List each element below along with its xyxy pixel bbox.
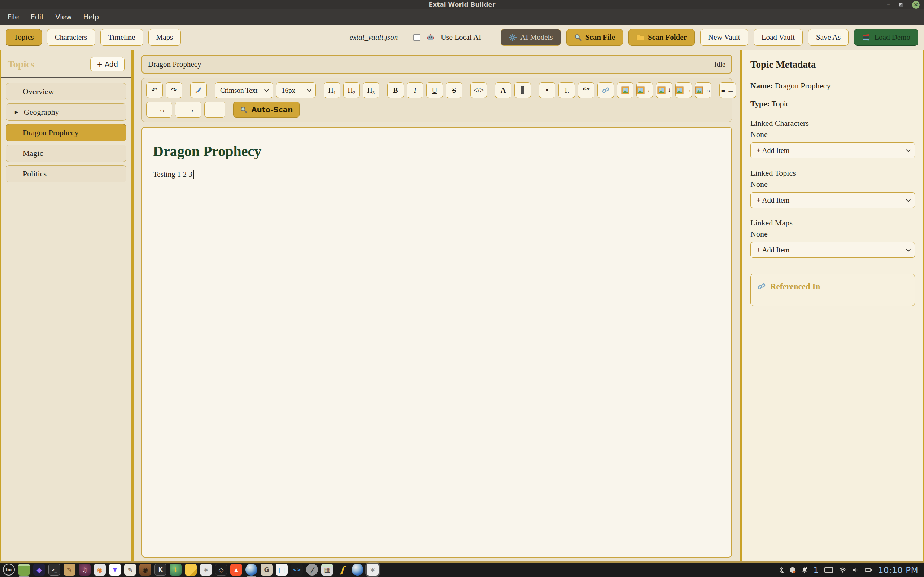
volume-icon[interactable] bbox=[852, 567, 859, 573]
bold-button[interactable]: B bbox=[387, 82, 404, 98]
editor-content-area[interactable]: Dragon Prophecy Testing 1 2 3 bbox=[142, 127, 732, 558]
use-local-ai-checkbox[interactable] bbox=[413, 34, 420, 41]
bluetooth-icon[interactable] bbox=[779, 567, 783, 574]
notifications-bell-icon[interactable] bbox=[801, 567, 808, 574]
underline-button[interactable]: U bbox=[426, 82, 443, 98]
firewall-shield-icon[interactable] bbox=[789, 567, 795, 574]
sidebar-item-politics[interactable]: Politics bbox=[6, 165, 126, 182]
menu-file[interactable]: File bbox=[2, 11, 24, 23]
taskbar-app-gimp[interactable]: G bbox=[261, 564, 273, 575]
auto-scan-button[interactable]: Auto-Scan bbox=[233, 102, 300, 118]
scan-folder-button[interactable]: Scan Folder bbox=[628, 29, 695, 46]
wifi-icon[interactable] bbox=[839, 567, 846, 573]
font-family-select[interactable]: Crimson Text bbox=[215, 82, 273, 98]
taskbar: lm ◆ >_ ✎ ♫ ◉ ▼ ✎ ◉ K ↓ * ◇ ▲ G ▤ <> / ▦… bbox=[0, 561, 924, 577]
image-full-width-button[interactable]: ↔ bbox=[695, 82, 711, 98]
scan-file-button[interactable]: Scan File bbox=[566, 29, 623, 46]
taskbar-app-calculator[interactable]: ▦ bbox=[321, 564, 333, 575]
taskbar-app-sticky-notes[interactable] bbox=[185, 564, 197, 575]
taskbar-app-krita[interactable]: ✎ bbox=[63, 564, 76, 575]
taskbar-app-world-builder[interactable]: * bbox=[367, 564, 379, 575]
add-topic-button[interactable]: + Add bbox=[90, 57, 124, 71]
editor-column: Idle ↶ ↷ Crimson Text bbox=[134, 50, 740, 561]
taskbar-app-file-manager[interactable] bbox=[18, 564, 30, 575]
heading2-button[interactable]: H₂ bbox=[343, 82, 360, 98]
load-vault-button[interactable]: Load Vault bbox=[754, 29, 803, 46]
linked-characters-label: Linked Characters bbox=[750, 119, 915, 128]
sidebar-item-dragon-prophecy[interactable]: Dragon Prophecy bbox=[6, 124, 126, 141]
taskbar-app-proton-vpn[interactable]: ▼ bbox=[109, 564, 121, 575]
taskbar-app-brave-browser[interactable]: ▲ bbox=[230, 564, 242, 575]
load-demo-button[interactable]: Load Demo bbox=[854, 29, 918, 46]
taskbar-app-mint-menu[interactable]: lm bbox=[3, 564, 15, 575]
tab-timeline[interactable]: Timeline bbox=[100, 29, 143, 46]
code-button[interactable]: </> bbox=[470, 82, 487, 98]
sidebar-item-overview[interactable]: Overview bbox=[6, 83, 126, 100]
taskbar-app-vscode[interactable]: <> bbox=[291, 564, 303, 575]
taskbar-app-text-editor[interactable]: ✎ bbox=[124, 564, 136, 575]
save-as-button[interactable]: Save As bbox=[808, 29, 848, 46]
taskbar-app-video-editor[interactable]: ◉ bbox=[94, 564, 106, 575]
linked-maps-add-select[interactable]: + Add Item bbox=[750, 242, 915, 258]
blockquote-button[interactable]: “” bbox=[578, 82, 594, 98]
menu-help[interactable]: Help bbox=[78, 11, 104, 23]
font-size-select[interactable]: 16px bbox=[276, 82, 316, 98]
redo-button[interactable]: ↷ bbox=[166, 82, 182, 98]
topic-title-input[interactable] bbox=[148, 60, 710, 69]
wrap-left-button[interactable]: ≡ ← bbox=[719, 82, 736, 98]
image-resize-button[interactable]: ↕ bbox=[656, 82, 672, 98]
tab-topics[interactable]: Topics bbox=[6, 29, 42, 46]
sidebar-item-geography[interactable]: ► Geography bbox=[6, 103, 126, 121]
auto-scan-label: Auto-Scan bbox=[251, 105, 293, 114]
undo-button[interactable]: ↶ bbox=[146, 82, 163, 98]
italic-button[interactable]: I bbox=[407, 82, 423, 98]
workspace-number[interactable]: 1 bbox=[814, 566, 819, 574]
insert-link-button[interactable] bbox=[597, 82, 614, 98]
image-icon bbox=[636, 86, 645, 95]
heading1-button[interactable]: H₁ bbox=[324, 82, 340, 98]
maximize-button[interactable] bbox=[899, 3, 903, 7]
menu-view[interactable]: View bbox=[50, 11, 77, 23]
window-list-icon[interactable] bbox=[824, 567, 833, 573]
brush-button[interactable] bbox=[190, 82, 207, 98]
image-align-right-button[interactable]: → bbox=[675, 82, 692, 98]
bullet-list-button[interactable]: • bbox=[539, 82, 556, 98]
linked-topics-add-select[interactable]: + Add Item bbox=[750, 192, 915, 208]
new-vault-button[interactable]: New Vault bbox=[700, 29, 748, 46]
taskbar-app-seamonkey-browser[interactable] bbox=[246, 564, 257, 575]
background-color-button[interactable] bbox=[514, 82, 531, 98]
wrap-center-button[interactable]: ≡ ↔ bbox=[146, 102, 172, 118]
taskbar-app-music-player[interactable]: ♫ bbox=[79, 564, 90, 575]
image-align-left-button[interactable]: ← bbox=[636, 82, 653, 98]
numbered-list-button[interactable]: 1. bbox=[558, 82, 575, 98]
close-button[interactable]: × bbox=[912, 1, 920, 9]
text-color-button[interactable]: A bbox=[495, 82, 512, 98]
heading3-button[interactable]: H₃ bbox=[363, 82, 380, 98]
tab-characters[interactable]: Characters bbox=[47, 29, 95, 46]
columns-button[interactable]: ≡≡ bbox=[204, 102, 226, 118]
taskbar-app-speaker-app[interactable]: ◉ bbox=[139, 564, 151, 575]
taskbar-app-apache-feather[interactable]: / bbox=[306, 564, 318, 575]
taskbar-app-web-transfer[interactable]: ↓ bbox=[170, 564, 181, 575]
tab-maps[interactable]: Maps bbox=[149, 29, 181, 46]
menu-edit[interactable]: Edit bbox=[25, 11, 50, 23]
ai-models-button[interactable]: AI Models bbox=[501, 29, 561, 46]
insert-image-button[interactable] bbox=[617, 82, 633, 98]
taskbar-app-terminal[interactable]: >_ bbox=[48, 564, 60, 575]
linked-characters-add-select[interactable]: + Add Item bbox=[750, 142, 915, 158]
taskbar-app-kde-connect[interactable]: K bbox=[155, 564, 166, 575]
wrap-right-button[interactable]: ≡ → bbox=[175, 102, 201, 118]
taskbar-app-seamonkey-browser-2[interactable] bbox=[352, 564, 363, 575]
expand-arrow-icon[interactable]: ► bbox=[14, 109, 19, 115]
strikethrough-button[interactable]: S bbox=[446, 82, 462, 98]
sidebar-item-magic[interactable]: Magic bbox=[6, 145, 126, 162]
taskbar-app-libreoffice[interactable]: ▤ bbox=[276, 564, 288, 575]
gears-icon: * bbox=[203, 570, 208, 573]
minimize-button[interactable]: – bbox=[887, 3, 890, 6]
clock[interactable]: 10:10 PM bbox=[878, 566, 918, 575]
taskbar-app-settings[interactable]: * bbox=[200, 564, 212, 575]
battery-icon[interactable] bbox=[865, 567, 872, 572]
taskbar-app-perplexity[interactable]: ◇ bbox=[215, 564, 227, 575]
taskbar-app-quill-app[interactable]: ʃ bbox=[336, 564, 348, 575]
taskbar-app-obsidian[interactable]: ◆ bbox=[33, 564, 45, 575]
